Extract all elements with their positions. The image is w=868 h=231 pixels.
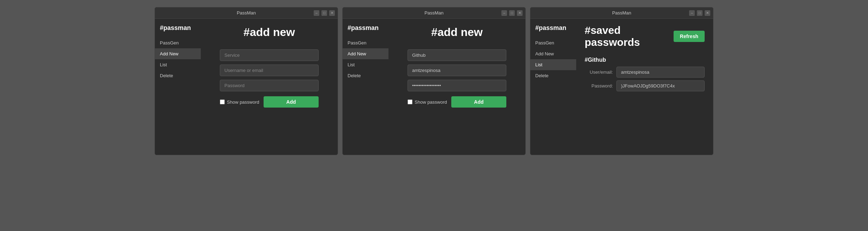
window-3: PassMan – □ ✕ #passman PassGen Add New L… xyxy=(530,7,713,155)
minimize-button-2[interactable]: – xyxy=(501,10,507,16)
sidebar-3: #passman PassGen Add New List Delete xyxy=(530,19,576,155)
sidebar-item-1-passgen[interactable]: PassGen xyxy=(155,37,201,48)
password-field-row: Password: )JFowAOJDg59DO3f7C4x xyxy=(585,80,705,91)
window-2-title: PassMan xyxy=(424,10,444,16)
close-button-3[interactable]: ✕ xyxy=(705,10,710,16)
titlebar-3: PassMan – □ ✕ xyxy=(530,7,713,19)
titlebar-3-controls: – □ ✕ xyxy=(689,10,710,16)
sidebar-item-1-addnew[interactable]: Add New xyxy=(155,48,201,59)
sidebar-item-2-passgen[interactable]: PassGen xyxy=(343,37,388,48)
main-content-2: #add new Show password Add xyxy=(388,19,525,155)
close-button-2[interactable]: ✕ xyxy=(517,10,523,16)
form-row-2: Show password Add xyxy=(408,96,506,108)
show-password-checkbox-2[interactable] xyxy=(408,99,412,104)
user-value: amtzespinosa xyxy=(616,67,705,78)
sidebar-item-2-addnew[interactable]: Add New xyxy=(343,48,388,59)
minimize-button-3[interactable]: – xyxy=(689,10,695,16)
password-value: )JFowAOJDg59DO3f7C4x xyxy=(616,80,705,91)
window-1-title: PassMan xyxy=(237,10,256,16)
show-password-label-1[interactable]: Show password xyxy=(220,99,259,105)
sidebar-item-2-delete[interactable]: Delete xyxy=(343,70,388,81)
saved-main: #saved passwords Refresh #Github User/em… xyxy=(576,19,713,155)
sidebar-2-logo: #passman xyxy=(343,23,388,37)
window-1-body: #passman PassGen Add New List Delete #ad… xyxy=(155,19,338,155)
sidebar-1-logo: #passman xyxy=(155,23,201,37)
sidebar-item-3-passgen[interactable]: PassGen xyxy=(530,37,576,48)
user-label: User/email: xyxy=(585,69,613,75)
entry-title: #Github xyxy=(585,57,705,63)
sidebar-1: #passman PassGen Add New List Delete xyxy=(155,19,201,155)
saved-header: #saved passwords Refresh xyxy=(585,24,705,48)
window-3-body: #passman PassGen Add New List Delete #sa… xyxy=(530,19,713,155)
saved-title: #saved passwords xyxy=(585,24,674,48)
show-password-label-2[interactable]: Show password xyxy=(408,99,447,105)
password-input-1[interactable] xyxy=(220,80,319,91)
maximize-button-2[interactable]: □ xyxy=(509,10,515,16)
close-button-1[interactable]: ✕ xyxy=(329,10,335,16)
add-button-2[interactable]: Add xyxy=(451,96,506,108)
titlebar-1: PassMan – □ ✕ xyxy=(155,7,338,19)
sidebar-item-3-list[interactable]: List xyxy=(530,59,576,70)
maximize-button-1[interactable]: □ xyxy=(321,10,327,16)
saved-entry-github: #Github User/email: amtzespinosa Passwor… xyxy=(585,57,705,94)
page-title-1: #add new xyxy=(243,26,295,39)
window-1: PassMan – □ ✕ #passman PassGen Add New L… xyxy=(155,7,338,155)
service-input-1[interactable] xyxy=(220,49,319,61)
username-input-1[interactable] xyxy=(220,65,319,76)
add-button-1[interactable]: Add xyxy=(264,96,319,108)
titlebar-1-controls: – □ ✕ xyxy=(314,10,335,16)
username-input-2[interactable] xyxy=(408,65,506,76)
form-row-1: Show password Add xyxy=(220,96,319,108)
refresh-button[interactable]: Refresh xyxy=(674,31,705,42)
sidebar-3-logo: #passman xyxy=(530,23,576,37)
minimize-button-1[interactable]: – xyxy=(314,10,319,16)
sidebar-2: #passman PassGen Add New List Delete xyxy=(343,19,388,155)
sidebar-item-3-delete[interactable]: Delete xyxy=(530,70,576,81)
window-3-title: PassMan xyxy=(612,10,631,16)
password-label: Password: xyxy=(585,83,613,89)
titlebar-2: PassMan – □ ✕ xyxy=(343,7,525,19)
sidebar-item-2-list[interactable]: List xyxy=(343,59,388,70)
user-field-row: User/email: amtzespinosa xyxy=(585,67,705,78)
page-title-2: #add new xyxy=(431,26,483,39)
window-2-body: #passman PassGen Add New List Delete #ad… xyxy=(343,19,525,155)
service-input-2[interactable] xyxy=(408,49,506,61)
sidebar-item-1-list[interactable]: List xyxy=(155,59,201,70)
titlebar-2-controls: – □ ✕ xyxy=(501,10,523,16)
password-input-2[interactable] xyxy=(408,80,506,91)
sidebar-item-3-addnew[interactable]: Add New xyxy=(530,48,576,59)
maximize-button-3[interactable]: □ xyxy=(697,10,703,16)
sidebar-item-1-delete[interactable]: Delete xyxy=(155,70,201,81)
form-1: Show password Add xyxy=(220,49,319,108)
main-content-1: #add new Show password Add xyxy=(201,19,338,155)
form-2: Show password Add xyxy=(408,49,506,108)
show-password-checkbox-1[interactable] xyxy=(220,99,225,104)
window-2: PassMan – □ ✕ #passman PassGen Add New L… xyxy=(342,7,526,155)
